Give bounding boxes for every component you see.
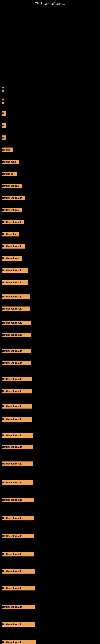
bar-row-10: Bottleneck r xyxy=(1,160,19,164)
bar-row-4: B xyxy=(1,87,4,92)
bar-row-26: Bottleneck result xyxy=(1,361,31,365)
bar-row-42: Bottleneck result xyxy=(1,622,35,627)
bar-row-39: Bottleneck result xyxy=(1,569,35,574)
bar-row-35: Bottleneck result xyxy=(1,498,34,502)
site-title-container: TheBottlenecker.com xyxy=(0,0,100,7)
bar-row-16: Bottleneck r xyxy=(1,232,19,236)
bar-row-3 xyxy=(1,69,2,74)
bar-row-19: Bottleneck result xyxy=(1,268,28,273)
bar-row-21: Bottleneck result xyxy=(1,294,30,299)
bar-row-13: Bottleneck result xyxy=(1,196,25,200)
bar-row-36: Bottleneck result xyxy=(1,516,34,520)
bar-row-30: Bottleneck result xyxy=(1,417,32,422)
bar-row-43: Bottleneck result xyxy=(1,640,36,644)
bar-row-22: Bottleneck result xyxy=(1,306,30,311)
bar-row-32: Bottleneck result xyxy=(1,445,33,449)
bar-row-41: Bottleneck result xyxy=(1,605,35,609)
bar-row-18: Bottleneck res xyxy=(1,256,22,260)
bar-row-8: Bo xyxy=(1,136,6,140)
bar-row-9: Bottlen xyxy=(1,148,13,152)
bar-row-34: Bottleneck result xyxy=(1,480,33,485)
bar-row-23: Bottleneck result xyxy=(1,320,31,325)
bar-row-28: Bottleneck result xyxy=(1,389,32,394)
bar-row-27: Bottleneck result xyxy=(1,377,32,381)
bar-row-5: B xyxy=(1,99,4,104)
bar-row-24: Bottleneck result xyxy=(1,333,31,337)
bar-row-38: Bottleneck result xyxy=(1,552,34,556)
bar-row-17: Bottleneck result xyxy=(1,244,25,248)
bar-row-11: Bottlenec xyxy=(1,172,17,176)
bar-row-6: Bo xyxy=(1,111,6,116)
bar-row-1 xyxy=(1,33,2,37)
bar-row-33: Bottleneck result xyxy=(1,462,33,466)
bar-row-29: Bottleneck result xyxy=(1,404,32,408)
site-title: TheBottlenecker.com xyxy=(0,0,100,7)
bar-row-2 xyxy=(1,51,2,55)
bar-row-37: Bottleneck result xyxy=(1,534,34,538)
bar-row-14: Bottleneck res xyxy=(1,208,22,212)
bar-row-25: Bottleneck result xyxy=(1,349,31,353)
bar-row-20: Bottleneck result xyxy=(1,280,28,285)
bar-row-7: Bo xyxy=(1,123,6,128)
bar-row-40: Bottleneck result xyxy=(1,586,35,590)
bar-row-12: Bottleneck res xyxy=(1,184,22,188)
bar-row-31: Bottleneck result xyxy=(1,433,33,438)
bar-row-15: Bottleneck resul xyxy=(1,220,24,224)
